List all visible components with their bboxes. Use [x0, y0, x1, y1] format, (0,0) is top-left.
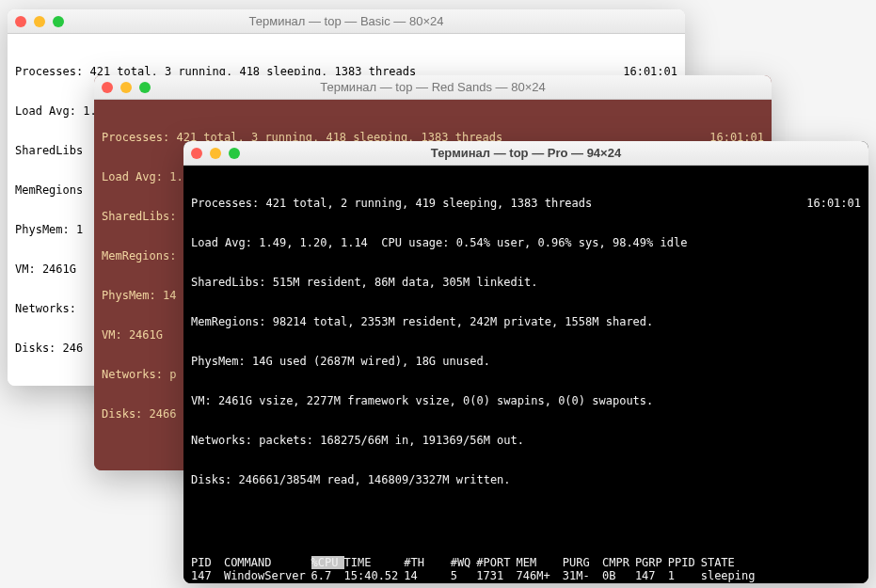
maximize-icon[interactable] — [139, 82, 151, 93]
sharedlibs-line: SharedLibs: 515M resident, 86M data, 305… — [191, 276, 861, 289]
table-cell: 1 — [404, 582, 450, 583]
titlebar-pro[interactable]: Терминал — top — Pro — 94×24 — [183, 141, 868, 166]
physmem-line: PhysMem: 14G used (2687M wired), 18G unu… — [191, 355, 861, 368]
table-cell: 3864K — [516, 582, 562, 583]
table-cell: 00:17.37 — [344, 582, 405, 583]
table-cell: 1731 — [476, 569, 516, 582]
column-header: PID — [191, 556, 224, 569]
close-icon[interactable] — [15, 16, 26, 27]
column-header: PGRP — [635, 556, 668, 569]
table-cell: 14 — [404, 569, 450, 582]
table-cell: 6.7 — [311, 569, 344, 582]
column-header: TIME — [344, 556, 405, 569]
column-header: PURG — [563, 556, 602, 569]
minimize-icon[interactable] — [120, 82, 132, 93]
table-cell: 15:40.52 — [344, 569, 405, 582]
column-header: #TH — [404, 556, 450, 569]
table-cell: 3692 — [668, 582, 701, 583]
table-cell: 3725 — [191, 582, 224, 583]
table-cell: 147 — [191, 569, 224, 582]
window-title: Терминал — top — Pro — 94×24 — [183, 146, 868, 160]
table-cell: sleeping — [701, 569, 761, 582]
proc-line: Processes: 421 total, 2 running, 419 sle… — [191, 197, 592, 210]
titlebar-basic[interactable]: Терминал — top — Basic — 80×24 — [8, 9, 685, 34]
minimize-icon[interactable] — [34, 16, 45, 27]
column-header: CMPR — [602, 556, 635, 569]
clock: 16:01:01 — [806, 197, 861, 210]
traffic-lights — [15, 16, 64, 27]
window-title: Терминал — top — Basic — 80×24 — [8, 14, 685, 28]
terminal-output-pro: Processes: 421 total, 2 running, 419 sle… — [183, 166, 868, 583]
table-cell: 0B — [602, 569, 635, 582]
column-header: COMMAND — [224, 556, 311, 569]
networks-line: Networks: packets: 168275/66M in, 191369… — [191, 434, 861, 447]
close-icon[interactable] — [191, 148, 202, 159]
terminal-window-pro[interactable]: Терминал — top — Pro — 94×24 Processes: … — [183, 141, 868, 583]
table-row: 3725top3.200:17.3710253864K0B0B37253692s… — [191, 582, 760, 583]
load-line: Load Avg: 1.49, 1.20, 1.14 CPU usage: 0.… — [191, 236, 861, 249]
vm-line: VM: 2461G vsize, 2277M framework vsize, … — [191, 394, 861, 407]
process-table-pro: PIDCOMMAND%CPUTIME#TH#WQ#PORTMEMPURGCMPR… — [191, 556, 760, 583]
close-icon[interactable] — [102, 82, 113, 93]
window-title: Терминал — top — Red Sands — 80×24 — [94, 80, 772, 94]
table-cell: 3725 — [635, 582, 668, 583]
maximize-icon[interactable] — [53, 16, 64, 27]
maximize-icon[interactable] — [229, 148, 240, 159]
table-cell: 5 — [451, 569, 477, 582]
table-cell: WindowServer — [224, 569, 311, 582]
table-cell: sleeping — [701, 582, 761, 583]
blank-line — [191, 513, 861, 526]
column-header: %CPU — [311, 556, 344, 569]
table-cell: 25 — [476, 582, 516, 583]
table-row: 147WindowServer6.715:40.521451731746M+31… — [191, 569, 760, 582]
table-cell: 31M- — [563, 569, 602, 582]
column-header: #PORT — [476, 556, 516, 569]
column-header: STATE — [701, 556, 761, 569]
table-cell: 3.2 — [311, 582, 344, 583]
table-cell: 1 — [668, 569, 701, 582]
table-cell: 0B — [563, 582, 602, 583]
titlebar-redsands[interactable]: Терминал — top — Red Sands — 80×24 — [94, 75, 772, 100]
table-cell: 0B — [602, 582, 635, 583]
column-header: MEM — [516, 556, 562, 569]
table-cell: 0 — [451, 582, 477, 583]
minimize-icon[interactable] — [210, 148, 221, 159]
table-cell: top — [224, 582, 311, 583]
column-header: #WQ — [451, 556, 477, 569]
traffic-lights — [191, 148, 240, 159]
column-header: PPID — [668, 556, 701, 569]
disks-line: Disks: 246661/3854M read, 146809/3327M w… — [191, 473, 861, 486]
table-cell: 147 — [635, 569, 668, 582]
memregions-line: MemRegions: 98214 total, 2353M resident,… — [191, 315, 861, 328]
traffic-lights — [102, 82, 151, 93]
table-cell: 746M+ — [516, 569, 562, 582]
